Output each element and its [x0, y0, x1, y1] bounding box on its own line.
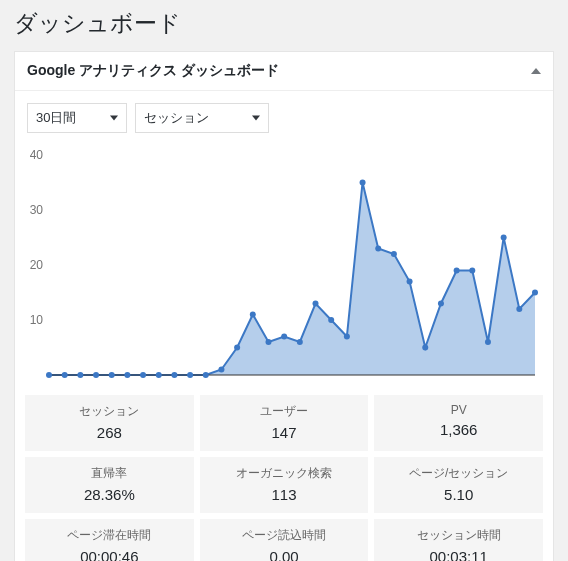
- stat-value: 28.36%: [29, 486, 190, 503]
- stat-value: 113: [204, 486, 365, 503]
- stat-card: ページ/セッション5.10: [374, 457, 543, 513]
- svg-text:40: 40: [30, 148, 44, 162]
- svg-point-28: [407, 279, 413, 285]
- metric-select[interactable]: セッション: [135, 103, 269, 133]
- stat-label: 直帰率: [29, 465, 190, 482]
- svg-text:30: 30: [30, 203, 44, 217]
- svg-point-20: [281, 334, 287, 340]
- svg-point-6: [62, 372, 68, 378]
- svg-point-19: [265, 339, 271, 345]
- svg-point-26: [375, 246, 381, 252]
- svg-point-9: [109, 372, 115, 378]
- stat-card: ユーザー147: [200, 395, 369, 451]
- stat-card: ページ滞在時間00:00:46: [25, 519, 194, 561]
- svg-point-24: [344, 334, 350, 340]
- svg-point-23: [328, 317, 334, 323]
- stat-card: 直帰率28.36%: [25, 457, 194, 513]
- svg-point-10: [124, 372, 130, 378]
- svg-text:10: 10: [30, 313, 44, 327]
- svg-point-12: [156, 372, 162, 378]
- svg-point-16: [218, 367, 224, 373]
- svg-point-31: [454, 268, 460, 274]
- svg-point-22: [313, 301, 319, 307]
- stat-card: ページ読込時間0.00: [200, 519, 369, 561]
- stats-grid: セッション268ユーザー147PV1,366直帰率28.36%オーガニック検索1…: [15, 389, 553, 561]
- stat-label: セッション: [29, 403, 190, 420]
- controls-row: 30日間 セッション: [15, 91, 553, 141]
- svg-point-18: [250, 312, 256, 318]
- metric-select-value: セッション: [144, 110, 209, 125]
- svg-point-15: [203, 372, 209, 378]
- stat-label: ページ読込時間: [204, 527, 365, 544]
- svg-point-34: [501, 235, 507, 241]
- stat-value: 268: [29, 424, 190, 441]
- period-select[interactable]: 30日間: [27, 103, 127, 133]
- stat-value: 1,366: [378, 421, 539, 438]
- svg-point-21: [297, 339, 303, 345]
- svg-point-25: [360, 180, 366, 186]
- svg-point-8: [93, 372, 99, 378]
- svg-point-5: [46, 372, 52, 378]
- stat-label: ページ滞在時間: [29, 527, 190, 544]
- svg-text:20: 20: [30, 258, 44, 272]
- svg-point-35: [516, 306, 522, 312]
- svg-point-29: [422, 345, 428, 351]
- stat-label: オーガニック検索: [204, 465, 365, 482]
- svg-point-30: [438, 301, 444, 307]
- svg-point-11: [140, 372, 146, 378]
- page-title: ダッシュボード: [0, 0, 568, 51]
- stat-value: 00:03:11: [378, 548, 539, 561]
- stat-value: 00:00:46: [29, 548, 190, 561]
- stat-card: オーガニック検索113: [200, 457, 369, 513]
- svg-point-33: [485, 339, 491, 345]
- period-select-value: 30日間: [36, 110, 76, 125]
- stat-label: セッション時間: [378, 527, 539, 544]
- collapse-triangle-icon[interactable]: [531, 68, 541, 74]
- stat-value: 0.00: [204, 548, 365, 561]
- stat-card: セッション268: [25, 395, 194, 451]
- svg-point-32: [469, 268, 475, 274]
- analytics-panel: Google アナリティクス ダッシュボード 30日間 セッション 102030…: [14, 51, 554, 561]
- stat-card: PV1,366: [374, 395, 543, 451]
- svg-point-27: [391, 251, 397, 257]
- stat-value: 147: [204, 424, 365, 441]
- stat-label: PV: [378, 403, 539, 417]
- stat-value: 5.10: [378, 486, 539, 503]
- svg-point-7: [77, 372, 83, 378]
- stat-card: セッション時間00:03:11: [374, 519, 543, 561]
- svg-point-13: [171, 372, 177, 378]
- svg-point-14: [187, 372, 193, 378]
- sessions-chart: 10203040: [19, 147, 539, 385]
- stat-label: ユーザー: [204, 403, 365, 420]
- stat-label: ページ/セッション: [378, 465, 539, 482]
- chart-area: 10203040: [15, 141, 553, 389]
- svg-point-17: [234, 345, 240, 351]
- panel-title: Google アナリティクス ダッシュボード: [27, 62, 279, 80]
- svg-point-36: [532, 290, 538, 296]
- panel-header[interactable]: Google アナリティクス ダッシュボード: [15, 52, 553, 91]
